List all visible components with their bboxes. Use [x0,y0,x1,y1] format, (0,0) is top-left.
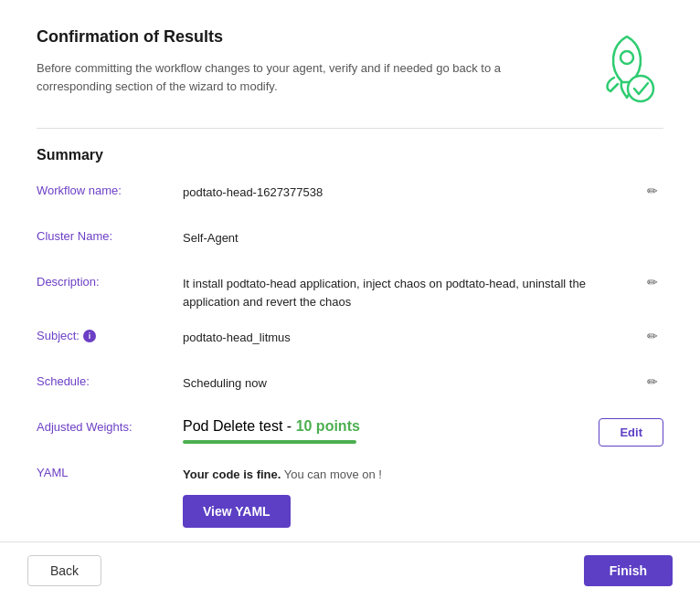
page-title: Confirmation of Results [37,27,567,47]
svg-point-0 [620,51,633,64]
weight-progress-bar [183,440,356,444]
description-label: Description: [37,273,183,289]
schedule-label: Schedule: [37,373,183,388]
description-value: It install podtato-head application, inj… [183,273,642,310]
back-button[interactable]: Back [27,555,101,586]
subject-value: podtato-head_litmus [183,327,642,347]
subject-edit-button[interactable] [642,327,663,345]
footer: Back Finish [0,541,700,599]
cluster-name-row: Cluster Name: Self-Agent [37,227,663,257]
cluster-name-label: Cluster Name: [37,227,183,243]
view-yaml-button[interactable]: View YAML [183,495,291,528]
workflow-name-label: Workflow name: [37,182,183,197]
description-edit-button[interactable] [642,273,663,291]
subject-info-icon: i [83,330,96,342]
header-section: Confirmation of Results Before committin… [37,27,663,110]
test-name: Pod Delete test [183,418,282,434]
adjusted-weights-label: Adjusted Weights: [37,418,183,434]
yaml-ok-text: Your code is fine. [183,468,281,481]
finish-button[interactable]: Finish [584,555,673,586]
section-divider [37,128,663,129]
points-value: 10 points [296,418,360,434]
main-content: Confirmation of Results Before committin… [0,0,700,541]
yaml-status: Your code is fine. You can move on ! [183,466,663,484]
description-row: Description: It install podtato-head app… [37,273,663,310]
schedule-edit-button[interactable] [642,373,663,391]
subject-row: Subject: i podtato-head_litmus [37,327,663,356]
adjusted-weights-text: Pod Delete test - 10 points [183,418,580,435]
adjusted-weights-value: Pod Delete test - 10 points [183,418,580,444]
header-text: Confirmation of Results Before committin… [37,27,567,95]
rocket-check-icon [581,27,663,110]
schedule-row: Schedule: Scheduling now [37,373,663,402]
workflow-name-edit-button[interactable] [642,182,663,200]
page-description: Before committing the workflow changes t… [37,59,567,95]
yaml-value: Your code is fine. You can move on ! Vie… [183,464,663,528]
adjusted-weights-edit-button[interactable]: Edit [599,418,663,447]
yaml-msg-text: You can move on ! [281,468,382,481]
schedule-value: Scheduling now [183,373,642,393]
svg-point-1 [628,76,653,101]
yaml-label: YAML [37,464,183,479]
yaml-row: YAML Your code is fine. You can move on … [37,464,663,528]
cluster-name-value: Self-Agent [183,227,663,247]
separator: - [282,418,295,434]
workflow-name-row: Workflow name: podtato-head-1627377538 [37,182,663,211]
adjusted-weights-row: Adjusted Weights: Pod Delete test - 10 p… [37,418,663,447]
subject-label: Subject: i [37,327,183,342]
summary-title: Summary [37,147,663,163]
workflow-name-value: podtato-head-1627377538 [183,182,642,202]
